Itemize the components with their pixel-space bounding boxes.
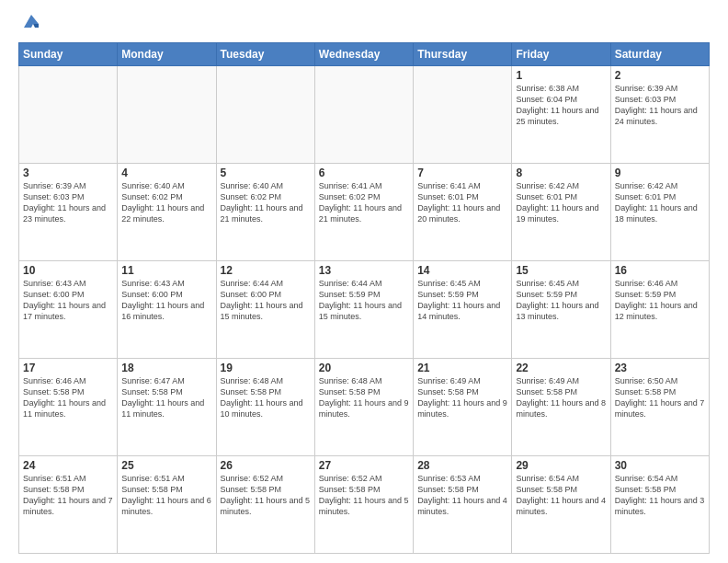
day-number: 18 xyxy=(121,362,211,374)
day-number: 22 xyxy=(516,362,606,374)
svg-marker-1 xyxy=(33,24,39,28)
col-header-saturday: Saturday xyxy=(610,43,709,66)
day-number: 12 xyxy=(221,264,311,277)
day-number: 3 xyxy=(23,167,113,179)
day-info: Sunrise: 6:46 AM Sunset: 5:58 PM Dayligh… xyxy=(23,375,113,420)
day-info: Sunrise: 6:44 AM Sunset: 5:59 PM Dayligh… xyxy=(319,278,409,323)
calendar-cell: 21Sunrise: 6:49 AM Sunset: 5:58 PM Dayli… xyxy=(414,359,512,456)
day-info: Sunrise: 6:48 AM Sunset: 5:58 PM Dayligh… xyxy=(221,375,311,420)
day-number: 29 xyxy=(516,459,606,472)
calendar-week-4: 24Sunrise: 6:51 AM Sunset: 5:58 PM Dayli… xyxy=(19,456,710,554)
day-info: Sunrise: 6:51 AM Sunset: 5:58 PM Dayligh… xyxy=(121,473,211,518)
day-info: Sunrise: 6:41 AM Sunset: 6:01 PM Dayligh… xyxy=(417,180,507,225)
day-number: 26 xyxy=(221,459,311,472)
logo-icon xyxy=(20,11,42,33)
calendar-cell: 5Sunrise: 6:40 AM Sunset: 6:02 PM Daylig… xyxy=(216,164,314,261)
day-info: Sunrise: 6:54 AM Sunset: 5:58 PM Dayligh… xyxy=(516,473,606,518)
calendar-cell: 9Sunrise: 6:42 AM Sunset: 6:01 PM Daylig… xyxy=(610,164,709,261)
calendar-cell: 7Sunrise: 6:41 AM Sunset: 6:01 PM Daylig… xyxy=(414,164,512,261)
calendar-cell xyxy=(314,66,413,164)
day-info: Sunrise: 6:39 AM Sunset: 6:03 PM Dayligh… xyxy=(23,180,113,225)
day-info: Sunrise: 6:43 AM Sunset: 6:00 PM Dayligh… xyxy=(121,278,211,323)
day-info: Sunrise: 6:38 AM Sunset: 6:04 PM Dayligh… xyxy=(516,83,606,128)
day-number: 19 xyxy=(221,362,311,374)
calendar-cell: 11Sunrise: 6:43 AM Sunset: 6:00 PM Dayli… xyxy=(118,261,216,359)
calendar-cell: 8Sunrise: 6:42 AM Sunset: 6:01 PM Daylig… xyxy=(512,164,610,261)
calendar-cell: 14Sunrise: 6:45 AM Sunset: 5:59 PM Dayli… xyxy=(414,261,512,359)
calendar-cell: 23Sunrise: 6:50 AM Sunset: 5:58 PM Dayli… xyxy=(610,359,709,456)
calendar-cell xyxy=(216,66,314,164)
calendar-cell: 4Sunrise: 6:40 AM Sunset: 6:02 PM Daylig… xyxy=(118,164,216,261)
calendar-cell: 25Sunrise: 6:51 AM Sunset: 5:58 PM Dayli… xyxy=(118,456,216,554)
day-info: Sunrise: 6:45 AM Sunset: 5:59 PM Dayligh… xyxy=(516,278,606,323)
day-info: Sunrise: 6:49 AM Sunset: 5:58 PM Dayligh… xyxy=(516,375,606,420)
day-info: Sunrise: 6:39 AM Sunset: 6:03 PM Dayligh… xyxy=(615,83,705,128)
day-number: 10 xyxy=(23,264,113,277)
day-number: 4 xyxy=(121,167,211,179)
calendar-cell: 13Sunrise: 6:44 AM Sunset: 5:59 PM Dayli… xyxy=(314,261,413,359)
day-info: Sunrise: 6:48 AM Sunset: 5:58 PM Dayligh… xyxy=(319,375,409,420)
col-header-friday: Friday xyxy=(512,43,610,66)
calendar-cell: 26Sunrise: 6:52 AM Sunset: 5:58 PM Dayli… xyxy=(216,456,314,554)
calendar-cell: 19Sunrise: 6:48 AM Sunset: 5:58 PM Dayli… xyxy=(216,359,314,456)
day-info: Sunrise: 6:40 AM Sunset: 6:02 PM Dayligh… xyxy=(121,180,211,225)
calendar-week-2: 10Sunrise: 6:43 AM Sunset: 6:00 PM Dayli… xyxy=(19,261,710,359)
day-number: 24 xyxy=(23,459,113,472)
calendar-header-row: SundayMondayTuesdayWednesdayThursdayFrid… xyxy=(19,43,710,66)
day-number: 14 xyxy=(417,264,507,277)
calendar-table: SundayMondayTuesdayWednesdayThursdayFrid… xyxy=(18,42,710,554)
day-info: Sunrise: 6:43 AM Sunset: 6:00 PM Dayligh… xyxy=(23,278,113,323)
day-number: 2 xyxy=(615,69,705,82)
col-header-wednesday: Wednesday xyxy=(314,43,413,66)
day-info: Sunrise: 6:47 AM Sunset: 5:58 PM Dayligh… xyxy=(121,375,211,420)
header xyxy=(18,15,710,33)
day-number: 17 xyxy=(23,362,113,374)
calendar-cell: 29Sunrise: 6:54 AM Sunset: 5:58 PM Dayli… xyxy=(512,456,610,554)
day-info: Sunrise: 6:42 AM Sunset: 6:01 PM Dayligh… xyxy=(615,180,705,225)
logo xyxy=(18,15,42,33)
calendar-week-3: 17Sunrise: 6:46 AM Sunset: 5:58 PM Dayli… xyxy=(19,359,710,456)
calendar-cell: 28Sunrise: 6:53 AM Sunset: 5:58 PM Dayli… xyxy=(414,456,512,554)
calendar-cell: 22Sunrise: 6:49 AM Sunset: 5:58 PM Dayli… xyxy=(512,359,610,456)
day-number: 15 xyxy=(516,264,606,277)
day-number: 5 xyxy=(221,167,311,179)
day-info: Sunrise: 6:51 AM Sunset: 5:58 PM Dayligh… xyxy=(23,473,113,518)
day-number: 6 xyxy=(319,167,409,179)
calendar-cell: 27Sunrise: 6:52 AM Sunset: 5:58 PM Dayli… xyxy=(314,456,413,554)
day-info: Sunrise: 6:42 AM Sunset: 6:01 PM Dayligh… xyxy=(516,180,606,225)
calendar-week-1: 3Sunrise: 6:39 AM Sunset: 6:03 PM Daylig… xyxy=(19,164,710,261)
day-info: Sunrise: 6:52 AM Sunset: 5:58 PM Dayligh… xyxy=(221,473,311,518)
day-number: 25 xyxy=(121,459,211,472)
day-info: Sunrise: 6:52 AM Sunset: 5:58 PM Dayligh… xyxy=(319,473,409,518)
day-number: 11 xyxy=(121,264,211,277)
calendar-cell: 17Sunrise: 6:46 AM Sunset: 5:58 PM Dayli… xyxy=(19,359,118,456)
day-number: 20 xyxy=(319,362,409,374)
calendar-cell: 6Sunrise: 6:41 AM Sunset: 6:02 PM Daylig… xyxy=(314,164,413,261)
calendar-cell: 24Sunrise: 6:51 AM Sunset: 5:58 PM Dayli… xyxy=(19,456,118,554)
calendar-cell: 18Sunrise: 6:47 AM Sunset: 5:58 PM Dayli… xyxy=(118,359,216,456)
day-number: 21 xyxy=(417,362,507,374)
day-info: Sunrise: 6:44 AM Sunset: 6:00 PM Dayligh… xyxy=(221,278,311,323)
calendar-cell: 2Sunrise: 6:39 AM Sunset: 6:03 PM Daylig… xyxy=(610,66,709,164)
col-header-tuesday: Tuesday xyxy=(216,43,314,66)
calendar-cell: 15Sunrise: 6:45 AM Sunset: 5:59 PM Dayli… xyxy=(512,261,610,359)
day-number: 9 xyxy=(615,167,705,179)
calendar-cell: 16Sunrise: 6:46 AM Sunset: 5:59 PM Dayli… xyxy=(610,261,709,359)
calendar-cell: 3Sunrise: 6:39 AM Sunset: 6:03 PM Daylig… xyxy=(19,164,118,261)
calendar-cell xyxy=(19,66,118,164)
page: SundayMondayTuesdayWednesdayThursdayFrid… xyxy=(0,0,728,563)
day-number: 28 xyxy=(417,459,507,472)
col-header-monday: Monday xyxy=(118,43,216,66)
day-number: 1 xyxy=(516,69,606,82)
day-info: Sunrise: 6:49 AM Sunset: 5:58 PM Dayligh… xyxy=(417,375,507,420)
calendar-cell: 10Sunrise: 6:43 AM Sunset: 6:00 PM Dayli… xyxy=(19,261,118,359)
day-info: Sunrise: 6:40 AM Sunset: 6:02 PM Dayligh… xyxy=(221,180,311,225)
day-info: Sunrise: 6:54 AM Sunset: 5:58 PM Dayligh… xyxy=(615,473,705,518)
day-info: Sunrise: 6:41 AM Sunset: 6:02 PM Dayligh… xyxy=(319,180,409,225)
day-number: 8 xyxy=(516,167,606,179)
day-info: Sunrise: 6:53 AM Sunset: 5:58 PM Dayligh… xyxy=(417,473,507,518)
calendar-cell: 1Sunrise: 6:38 AM Sunset: 6:04 PM Daylig… xyxy=(512,66,610,164)
col-header-sunday: Sunday xyxy=(19,43,118,66)
col-header-thursday: Thursday xyxy=(414,43,512,66)
day-number: 16 xyxy=(615,264,705,277)
